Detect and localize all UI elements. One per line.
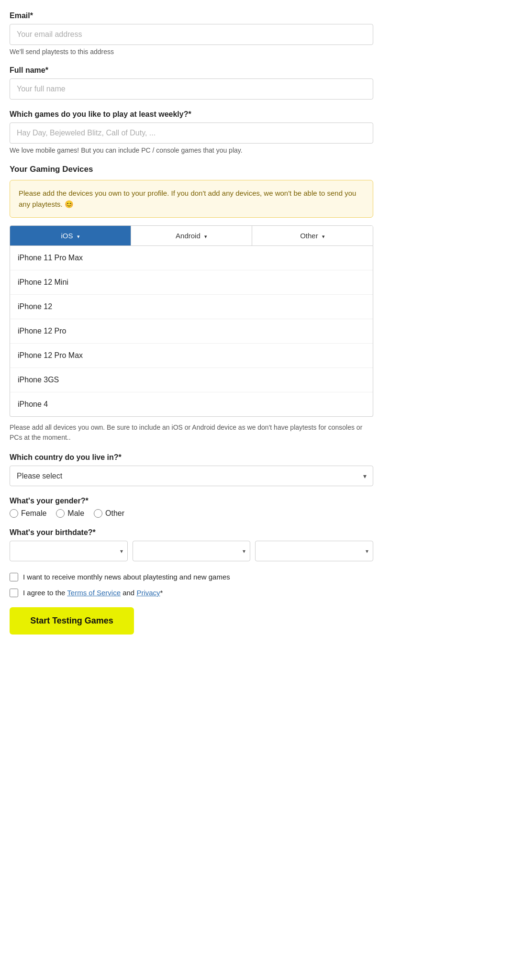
device-list: iPhone 11 Pro Max iPhone 12 Mini iPhone … xyxy=(10,246,373,417)
gender-male-text: Male xyxy=(67,509,84,518)
device-note: Please add all devices you own. Be sure … xyxy=(10,423,373,443)
country-select-wrapper: Please select ▾ xyxy=(10,466,373,486)
gender-other-label[interactable]: Other xyxy=(94,509,124,518)
tab-ios-arrow: ▾ xyxy=(77,234,80,239)
gender-male-label[interactable]: Male xyxy=(56,509,84,518)
email-hint: We'll send playtests to this address xyxy=(10,48,373,56)
games-hint: We love mobile games! But you can includ… xyxy=(10,146,373,154)
terms-text: I agree to the Terms of Service and Priv… xyxy=(23,588,163,598)
fullname-input[interactable] xyxy=(10,78,373,100)
gender-label: What's your gender?* xyxy=(10,497,373,505)
gender-other-radio[interactable] xyxy=(94,509,102,518)
birthdate-year-select[interactable] xyxy=(255,541,373,561)
birthdate-day-wrapper: ▾ xyxy=(10,541,128,561)
country-field-group: Which country do you live in?* Please se… xyxy=(10,453,373,486)
terms-prefix: I agree to the xyxy=(23,589,65,597)
list-item[interactable]: iPhone 4 xyxy=(10,392,373,416)
terms-of-service-link[interactable]: Terms of Service xyxy=(67,589,121,597)
games-field-group: Which games do you like to play at least… xyxy=(10,110,373,154)
gender-field-group: What's your gender?* Female Male Other xyxy=(10,497,373,518)
games-label: Which games do you like to play at least… xyxy=(10,110,373,119)
tab-android[interactable]: Android ▾ xyxy=(131,226,252,245)
list-item[interactable]: iPhone 11 Pro Max xyxy=(10,246,373,270)
birthdate-field-group: What's your birthdate?* ▾ ▾ ▾ xyxy=(10,528,373,561)
privacy-link[interactable]: Privacy xyxy=(136,589,160,597)
list-item[interactable]: iPhone 3GS xyxy=(10,368,373,392)
terms-checkbox[interactable] xyxy=(10,589,18,597)
games-input[interactable] xyxy=(10,122,373,144)
tab-android-arrow: ▾ xyxy=(204,234,207,239)
devices-warning: Please add the devices you own to your p… xyxy=(10,180,373,218)
fullname-label: Full name* xyxy=(10,66,373,75)
birthdate-label: What's your birthdate?* xyxy=(10,528,373,537)
tab-other-label: Other xyxy=(300,232,318,240)
country-label: Which country do you live in?* xyxy=(10,453,373,462)
list-item[interactable]: iPhone 12 Pro Max xyxy=(10,344,373,368)
device-tabs: iOS ▾ Android ▾ Other ▾ xyxy=(10,225,373,246)
newsletter-text: I want to receive monthly news about pla… xyxy=(23,572,230,582)
tab-android-label: Android xyxy=(176,232,200,240)
birthdate-year-wrapper: ▾ xyxy=(255,541,373,561)
gender-female-label[interactable]: Female xyxy=(10,509,46,518)
birthdate-selects: ▾ ▾ ▾ xyxy=(10,541,373,561)
tab-other[interactable]: Other ▾ xyxy=(252,226,373,245)
email-field-group: Email* We'll send playtests to this addr… xyxy=(10,11,373,56)
newsletter-checkbox[interactable] xyxy=(10,573,18,581)
terms-checkbox-group: I agree to the Terms of Service and Priv… xyxy=(10,588,373,598)
gender-male-radio[interactable] xyxy=(56,509,65,518)
gender-other-text: Other xyxy=(105,509,124,518)
start-testing-button[interactable]: Start Testing Games xyxy=(10,607,134,635)
tab-ios-label: iOS xyxy=(61,232,73,240)
list-item[interactable]: iPhone 12 xyxy=(10,295,373,319)
list-item[interactable]: iPhone 12 Pro xyxy=(10,319,373,344)
newsletter-label[interactable]: I want to receive monthly news about pla… xyxy=(10,572,373,582)
tab-ios[interactable]: iOS ▾ xyxy=(10,226,131,245)
gaming-devices-title: Your Gaming Devices xyxy=(10,165,373,174)
gender-options: Female Male Other xyxy=(10,509,373,518)
gaming-devices-section: Your Gaming Devices Please add the devic… xyxy=(10,165,373,443)
gender-female-radio[interactable] xyxy=(10,509,18,518)
tab-other-arrow: ▾ xyxy=(322,234,325,239)
terms-label[interactable]: I agree to the Terms of Service and Priv… xyxy=(10,588,373,598)
birthdate-month-select[interactable] xyxy=(133,541,251,561)
country-select[interactable]: Please select xyxy=(10,466,373,486)
gender-female-text: Female xyxy=(21,509,46,518)
fullname-field-group: Full name* xyxy=(10,66,373,100)
email-input[interactable] xyxy=(10,24,373,45)
newsletter-checkbox-group: I want to receive monthly news about pla… xyxy=(10,572,373,582)
birthdate-month-wrapper: ▾ xyxy=(133,541,251,561)
email-label: Email* xyxy=(10,11,373,20)
list-item[interactable]: iPhone 12 Mini xyxy=(10,270,373,295)
birthdate-day-select[interactable] xyxy=(10,541,128,561)
